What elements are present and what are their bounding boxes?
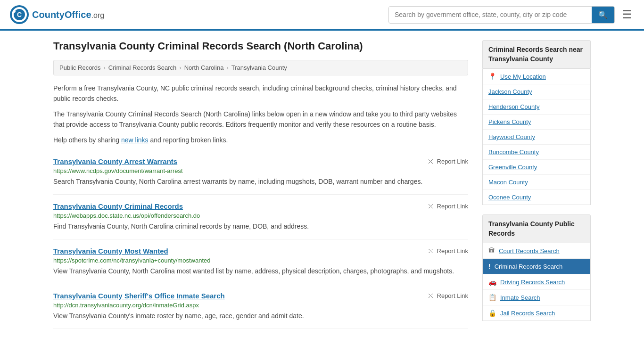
logo-icon: C [9,5,29,25]
breadcrumb: Public Records › Criminal Records Search… [53,60,468,75]
use-my-location-item[interactable]: 📍 Use My Location [483,69,590,84]
driving-records-icon: 🚗 [488,278,496,286]
resource-title-1[interactable]: Transylvania County Criminal Records [53,202,183,210]
sidebar-item-criminal-records[interactable]: ! Criminal Records Search [483,259,590,274]
nearby-title: Criminal Records Search near Transylvani… [482,40,591,69]
court-records-icon: 🏛 [488,247,495,255]
description: Perform a free Transylvania County, NC p… [53,83,468,145]
report-link-3[interactable]: ⛌ Report Link [428,292,468,300]
criminal-records-icon: ! [488,263,491,270]
breadcrumb-current: Transylvania County [231,64,287,71]
intro-paragraph-3: Help others by sharing new links and rep… [53,135,468,145]
resource-card-2: Transylvania County Most Wanted ⛌ Report… [53,239,468,284]
resource-desc-1: Find Transylvania County, North Carolina… [53,222,468,231]
search-input[interactable] [389,7,592,22]
sidebar-item-jail-records[interactable]: 🔒 Jail Records Search [483,305,590,321]
resource-url-0[interactable]: https://www.ncdps.gov/document/warrant-a… [53,167,468,174]
intro-paragraph-2: The Transylvania County Criminal Records… [53,109,468,130]
resource-title-3[interactable]: Transylvania County Sheriff's Office Inm… [53,292,225,300]
breadcrumb-north-carolina[interactable]: North Carolina [184,64,224,71]
resource-title-0[interactable]: Transylvania County Arrest Warrants [53,157,177,165]
breadcrumb-sep1: › [103,64,105,71]
resource-url-2[interactable]: https://spotcrime.com/nc/transylvania+co… [53,257,468,264]
breadcrumb-sep3: › [226,64,228,71]
public-records-list: 🏛 Court Records Search ! Criminal Record… [482,243,591,321]
main-container: Transylvania County Criminal Records Sea… [39,31,605,340]
resource-url-3[interactable]: http://dcn.transylvaniacounty.org/dcn/in… [53,302,468,309]
header-right: 🔍 ☰ [388,6,635,24]
report-link-1[interactable]: ⛌ Report Link [428,202,468,210]
resources-list: Transylvania County Arrest Warrants ⛌ Re… [53,150,468,329]
nearby-pickens-county[interactable]: Pickens County [483,115,590,130]
report-link-0[interactable]: ⛌ Report Link [428,157,468,165]
search-button[interactable]: 🔍 [592,7,614,23]
nearby-jackson-county[interactable]: Jackson County [483,84,590,99]
sidebar-item-court-records[interactable]: 🏛 Court Records Search [483,243,590,259]
report-icon-1: ⛌ [428,202,435,210]
public-records-section: Transylvania County Public Records 🏛 Cou… [482,214,591,321]
sidebar: Criminal Records Search near Transylvani… [482,40,591,330]
header: C CountyOffice.org 🔍 ☰ [0,0,644,31]
resource-card-1: Transylvania County Criminal Records ⛌ R… [53,195,468,239]
logo-area[interactable]: C CountyOffice.org [9,5,104,25]
intro-paragraph-1: Perform a free Transylvania County, NC p… [53,83,468,104]
hamburger-menu-icon[interactable]: ☰ [619,6,635,24]
location-pin-icon: 📍 [488,73,496,80]
public-records-title: Transylvania County Public Records [482,214,591,243]
resource-url-1[interactable]: https://webapps.doc.state.nc.us/opi/offe… [53,212,468,219]
nearby-list: 📍 Use My Location Jackson County Henders… [482,69,591,205]
breadcrumb-public-records[interactable]: Public Records [59,64,100,71]
nearby-haywood-county[interactable]: Haywood County [483,130,590,145]
svg-text:C: C [17,11,22,18]
breadcrumb-sep2: › [179,64,181,71]
jail-records-icon: 🔒 [488,309,496,317]
resource-title-2[interactable]: Transylvania County Most Wanted [53,247,168,255]
resource-card-0: Transylvania County Arrest Warrants ⛌ Re… [53,150,468,195]
report-link-2[interactable]: ⛌ Report Link [428,247,468,255]
nearby-henderson-county[interactable]: Henderson County [483,99,590,115]
nearby-oconee-county[interactable]: Oconee County [483,190,590,205]
sidebar-item-inmate-search[interactable]: 📋 Inmate Search [483,290,590,305]
report-icon-0: ⛌ [428,157,435,165]
resource-desc-0: Search Transylvania County, North Caroli… [53,177,468,187]
search-bar: 🔍 [388,6,615,24]
logo-text: CountyOffice.org [32,9,104,20]
use-my-location-link[interactable]: Use My Location [500,73,546,80]
content-area: Transylvania County Criminal Records Sea… [53,40,468,330]
nearby-buncombe-county[interactable]: Buncombe County [483,145,590,160]
nearby-macon-county[interactable]: Macon County [483,175,590,190]
report-icon-2: ⛌ [428,247,435,255]
nearby-section: Criminal Records Search near Transylvani… [482,40,591,205]
page-title: Transylvania County Criminal Records Sea… [53,40,468,52]
resource-desc-3: View Transylvania County's inmate roster… [53,311,468,321]
nearby-greenville-county[interactable]: Greenville County [483,160,590,175]
criminal-records-label: Criminal Records Search [495,263,563,270]
svg-point-4 [13,10,16,13]
resource-card-3: Transylvania County Sheriff's Office Inm… [53,284,468,329]
sidebar-item-driving-records[interactable]: 🚗 Driving Records Search [483,274,590,290]
breadcrumb-criminal-records[interactable]: Criminal Records Search [108,64,177,71]
inmate-search-icon: 📋 [488,294,496,301]
report-icon-3: ⛌ [428,292,435,300]
new-links-link[interactable]: new links [121,136,149,144]
resource-desc-2: View Transylvania County, North Carolina… [53,266,468,276]
